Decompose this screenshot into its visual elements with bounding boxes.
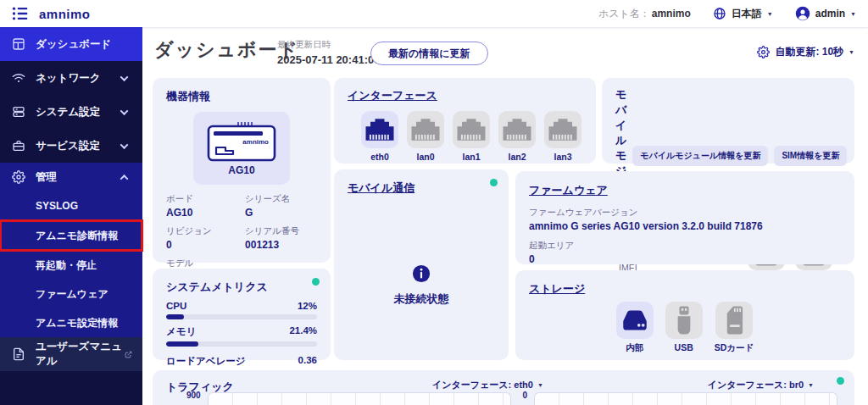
chevron-down-icon: ▼ xyxy=(850,11,856,17)
sidebar-item-label: システム設定 xyxy=(36,105,100,119)
sidebar-item-label: ファームウェア xyxy=(36,287,108,302)
device-field: シリーズ名 G xyxy=(245,193,317,219)
chevron-down-icon: ▼ xyxy=(849,49,854,55)
storage-usb[interactable]: USB xyxy=(665,302,703,354)
connection-status-text: 未接続状態 xyxy=(334,291,509,307)
metric-value: 0.36 xyxy=(298,355,317,368)
y-axis-label-left: 900 xyxy=(186,391,201,405)
boot-area-label: 起動エリア xyxy=(529,240,841,252)
mobile-comm-title-link[interactable]: モバイル通信 xyxy=(348,181,415,194)
chevron-down-icon xyxy=(120,107,129,115)
system-metrics-card: システムメトリクス CPU 12% メモリ 21.4% ロードアベレージ 0.3… xyxy=(153,269,331,360)
briefcase-icon xyxy=(12,139,25,153)
traffic-chart-left xyxy=(208,392,511,405)
interfaces-title-link[interactable]: インターフェース xyxy=(348,89,437,102)
dashboard-page: amnimo ホスト名：amnimo 日本語 ▼ admin ▼ xyxy=(0,0,868,405)
storage-sdcard[interactable]: SDカード xyxy=(715,302,754,354)
status-dot-green xyxy=(837,377,844,385)
chevron-down-icon: ▼ xyxy=(808,382,814,388)
auto-refresh-control[interactable]: 自動更新: 10秒 ▼ xyxy=(757,45,854,59)
interface-port-lan3[interactable]: lan3 xyxy=(544,111,581,162)
sidebar-item-label: ダッシュボード xyxy=(36,37,111,52)
interface-port-lan1[interactable]: lan1 xyxy=(453,111,490,162)
traffic-charts: 900 0 xyxy=(186,392,837,405)
refresh-button[interactable]: 最新の情報に更新 xyxy=(370,42,488,65)
firmware-version-value: amnimo G series AG10 version 3.2.0 build… xyxy=(529,220,841,232)
update-module-info-button[interactable]: モバイルモジュール情報を更新 xyxy=(632,146,768,166)
ethernet-port-icon xyxy=(361,111,398,148)
chevron-down-icon: ▼ xyxy=(537,382,543,388)
sidebar-item-label: SYSLOG xyxy=(36,200,78,212)
sidebar-item-syslog[interactable]: SYSLOG xyxy=(0,191,142,220)
traffic-interface-selector-right[interactable]: インターフェース: br0 ▼ xyxy=(708,379,814,391)
status-dot-green xyxy=(490,179,498,186)
interface-port-lan2[interactable]: lan2 xyxy=(498,111,536,162)
selector-label: インターフェース: br0 xyxy=(708,379,804,391)
mobile-comm-status: 未接続状態 xyxy=(334,264,509,307)
port-label: lan2 xyxy=(508,152,526,162)
sidebar-item-label: 再起動・停止 xyxy=(36,258,97,273)
metric-load-average: ロードアベレージ 0.36 xyxy=(166,355,317,368)
globe-icon xyxy=(713,7,726,20)
sidebar-item-firmware[interactable]: ファームウェア xyxy=(0,280,142,308)
device-info-card: 機器情報 amnimo AG10 ボード AG10 xyxy=(153,78,331,263)
update-sim-info-button[interactable]: SIM情報を更新 xyxy=(774,146,847,166)
last-updated-value: 2025-07-11 20:41:06 xyxy=(277,53,380,66)
sidebar-item-reboot-stop[interactable]: 再起動・停止 xyxy=(0,251,142,280)
device-field: シリアル番号 001213 xyxy=(245,225,317,251)
device-field: リビジョン 0 xyxy=(166,225,242,251)
boot-area-value: 0 xyxy=(529,253,841,265)
interface-port-eth0[interactable]: eth0 xyxy=(361,111,398,162)
interfaces-card: インターフェース eth0 lan0 lan1 xyxy=(334,78,596,164)
sidebar-item-dashboard[interactable]: ダッシュボード xyxy=(0,27,142,61)
firmware-title-link[interactable]: ファームウェア xyxy=(529,184,608,197)
ethernet-port-icon xyxy=(453,111,490,148)
hamburger-menu-icon[interactable] xyxy=(12,5,29,22)
port-label: eth0 xyxy=(370,152,389,162)
sidebar-item-amnimo-diagnostics[interactable]: アムニモ診断情報 xyxy=(0,220,142,251)
traffic-card: トラフィック インターフェース: eth0 ▼ インターフェース: br0 ▼ … xyxy=(153,370,854,405)
storage-label: SDカード xyxy=(715,342,754,354)
metric-label: ロードアベレージ xyxy=(166,355,246,368)
interface-port-lan0[interactable]: lan0 xyxy=(407,111,444,162)
mobile-module-card: モバイルモジュール モバイルモジュール情報を更新 SIM情報を更新 モデル ME… xyxy=(602,78,854,164)
user-label: admin xyxy=(815,8,845,19)
chevron-down-icon xyxy=(120,73,129,81)
port-label: lan0 xyxy=(416,152,434,162)
document-icon xyxy=(12,347,25,361)
top-bar: amnimo ホスト名：amnimo 日本語 ▼ admin ▼ xyxy=(0,0,868,27)
sidebar-section-admin: 管理 SYSLOG アムニモ診断情報 再起動・停止 ファームウェア アムニモ設定… xyxy=(0,163,142,337)
traffic-interface-selector-left[interactable]: インターフェース: eth0 ▼ xyxy=(432,379,543,391)
storage-internal[interactable]: 内部 xyxy=(616,302,654,354)
sidebar-item-amnimo-config[interactable]: アムニモ設定情報 xyxy=(0,308,142,337)
device-field: ボード AG10 xyxy=(166,193,242,219)
usb-stick-icon xyxy=(665,302,703,339)
system-metrics-title: システムメトリクス xyxy=(166,280,268,293)
y-axis-label-right: 0 xyxy=(523,391,528,405)
sidebar-item-user-manual[interactable]: ユーザーズマニュアル xyxy=(0,337,142,371)
user-menu[interactable]: admin ▼ xyxy=(795,6,856,21)
firmware-version-label: ファームウェアバージョン xyxy=(529,207,841,219)
user-avatar-icon xyxy=(795,6,810,21)
amnimo-logo: amnimo xyxy=(39,7,91,21)
storage-title-link[interactable]: ストレージ xyxy=(529,282,585,295)
amnimo-logo-text: amnimo xyxy=(39,7,91,21)
hostname: ホスト名：amnimo xyxy=(598,7,691,21)
status-dot-green xyxy=(312,278,320,286)
sidebar-item-system-settings[interactable]: システム設定 xyxy=(0,95,142,129)
chevron-down-icon: ▼ xyxy=(767,11,773,17)
sidebar-item-label: ネットワーク xyxy=(36,71,100,86)
sidebar-item-network[interactable]: ネットワーク xyxy=(0,61,142,95)
sidebar-item-label: 管理 xyxy=(36,170,57,185)
metric-value: 21.4% xyxy=(289,325,317,338)
sidebar-item-service-settings[interactable]: サービス設定 xyxy=(0,129,142,163)
storage-label: 内部 xyxy=(626,342,643,354)
sidebar-item-admin[interactable]: 管理 xyxy=(0,163,142,191)
ethernet-port-icon xyxy=(544,111,581,148)
language-selector[interactable]: 日本語 ▼ xyxy=(713,7,773,21)
last-updated-label: 最終更新日時 xyxy=(277,39,380,51)
port-label: lan1 xyxy=(462,152,480,162)
sd-card-icon xyxy=(715,302,753,339)
storage-label: USB xyxy=(675,342,693,352)
hard-drive-icon xyxy=(616,302,654,339)
